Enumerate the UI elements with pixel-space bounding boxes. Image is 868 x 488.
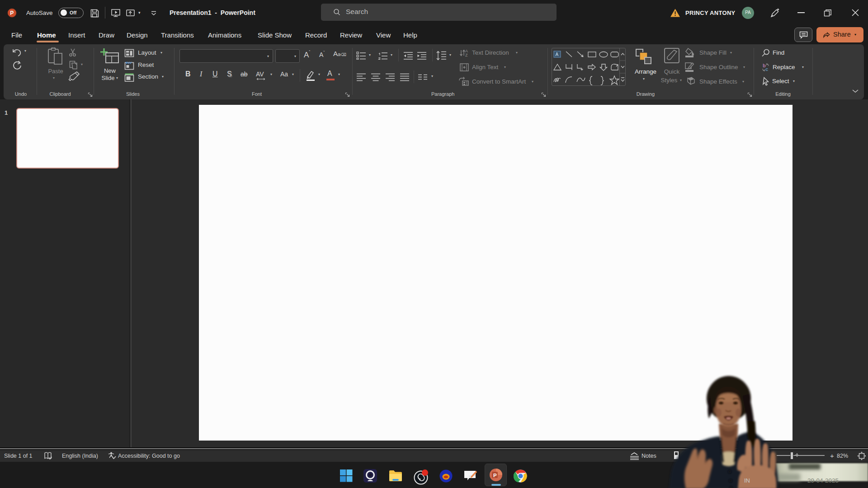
svg-text:Z: Z <box>465 53 468 57</box>
svg-text:A: A <box>556 52 559 57</box>
svg-text:P: P <box>10 10 14 16</box>
svg-text:P: P <box>493 473 497 478</box>
svg-text:c: c <box>765 66 768 72</box>
